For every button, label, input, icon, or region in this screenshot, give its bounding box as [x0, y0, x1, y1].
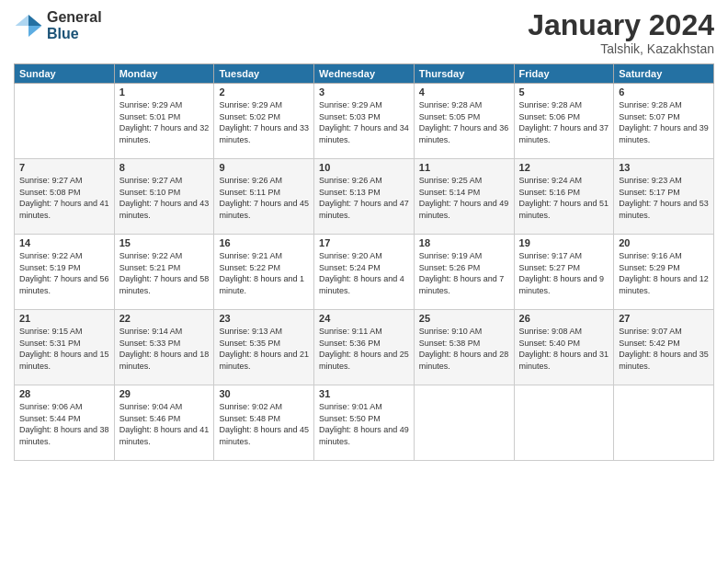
calendar-cell: 23 Sunrise: 9:13 AMSunset: 5:35 PMDaylig… — [214, 310, 314, 385]
calendar-cell: 2 Sunrise: 9:29 AMSunset: 5:02 PMDayligh… — [214, 84, 314, 159]
header-friday: Friday — [514, 64, 614, 84]
day-number: 25 — [419, 313, 509, 324]
calendar-cell: 21 Sunrise: 9:15 AMSunset: 5:31 PMDaylig… — [15, 310, 115, 385]
calendar-cell — [414, 385, 514, 461]
day-info: Sunrise: 9:06 AMSunset: 5:44 PMDaylight:… — [19, 401, 109, 447]
header-sunday: Sunday — [15, 64, 115, 84]
day-info: Sunrise: 9:29 AMSunset: 5:02 PMDaylight:… — [219, 99, 309, 145]
calendar-cell: 22 Sunrise: 9:14 AMSunset: 5:33 PMDaylig… — [114, 310, 214, 385]
calendar-week-row: 28 Sunrise: 9:06 AMSunset: 5:44 PMDaylig… — [15, 385, 714, 461]
day-info: Sunrise: 9:29 AMSunset: 5:01 PMDaylight:… — [119, 99, 210, 145]
day-number: 4 — [419, 86, 509, 98]
day-info: Sunrise: 9:19 AMSunset: 5:26 PMDaylight:… — [419, 250, 509, 296]
day-number: 8 — [119, 162, 210, 173]
calendar-cell: 3 Sunrise: 9:29 AMSunset: 5:03 PMDayligh… — [314, 84, 415, 159]
calendar-week-row: 14 Sunrise: 9:22 AMSunset: 5:19 PMDaylig… — [15, 235, 714, 310]
day-number: 14 — [19, 237, 109, 248]
logo-text: General Blue — [47, 9, 102, 41]
day-info: Sunrise: 9:13 AMSunset: 5:35 PMDaylight:… — [219, 326, 309, 372]
calendar-title: January 2024 — [528, 9, 714, 41]
day-info: Sunrise: 9:15 AMSunset: 5:31 PMDaylight:… — [19, 326, 109, 372]
day-info: Sunrise: 9:28 AMSunset: 5:05 PMDaylight:… — [419, 99, 509, 145]
day-number: 7 — [19, 162, 109, 173]
calendar-cell: 30 Sunrise: 9:02 AMSunset: 5:48 PMDaylig… — [214, 385, 314, 461]
title-block: January 2024 Talshik, Kazakhstan — [528, 9, 714, 56]
calendar-cell: 19 Sunrise: 9:17 AMSunset: 5:27 PMDaylig… — [514, 235, 614, 310]
calendar-cell: 12 Sunrise: 9:24 AMSunset: 5:16 PMDaylig… — [514, 159, 614, 235]
day-info: Sunrise: 9:02 AMSunset: 5:48 PMDaylight:… — [219, 401, 309, 447]
day-info: Sunrise: 9:23 AMSunset: 5:17 PMDaylight:… — [619, 175, 709, 221]
calendar-cell: 17 Sunrise: 9:20 AMSunset: 5:24 PMDaylig… — [314, 235, 415, 310]
calendar-cell: 13 Sunrise: 9:23 AMSunset: 5:17 PMDaylig… — [614, 159, 714, 235]
header-monday: Monday — [114, 64, 214, 84]
day-info: Sunrise: 9:27 AMSunset: 5:10 PMDaylight:… — [119, 175, 210, 221]
day-number: 10 — [319, 162, 409, 173]
calendar-cell: 20 Sunrise: 9:16 AMSunset: 5:29 PMDaylig… — [614, 235, 714, 310]
day-number: 12 — [519, 162, 609, 173]
day-number: 22 — [119, 313, 210, 324]
day-number: 13 — [619, 162, 709, 173]
day-info: Sunrise: 9:24 AMSunset: 5:16 PMDaylight:… — [519, 175, 609, 221]
svg-marker-0 — [28, 15, 41, 26]
day-number: 19 — [519, 237, 609, 248]
calendar-cell: 29 Sunrise: 9:04 AMSunset: 5:46 PMDaylig… — [114, 385, 214, 461]
day-info: Sunrise: 9:22 AMSunset: 5:21 PMDaylight:… — [119, 250, 210, 296]
calendar-cell — [614, 385, 714, 461]
calendar-cell: 10 Sunrise: 9:26 AMSunset: 5:13 PMDaylig… — [314, 159, 415, 235]
svg-marker-2 — [16, 15, 28, 26]
day-number: 27 — [619, 313, 709, 324]
day-number: 21 — [19, 313, 109, 324]
day-info: Sunrise: 9:14 AMSunset: 5:33 PMDaylight:… — [119, 326, 210, 372]
calendar-cell: 11 Sunrise: 9:25 AMSunset: 5:14 PMDaylig… — [414, 159, 514, 235]
calendar-cell: 9 Sunrise: 9:26 AMSunset: 5:11 PMDayligh… — [214, 159, 314, 235]
calendar-cell: 27 Sunrise: 9:07 AMSunset: 5:42 PMDaylig… — [614, 310, 714, 385]
header-wednesday: Wednesday — [314, 64, 415, 84]
day-info: Sunrise: 9:01 AMSunset: 5:50 PMDaylight:… — [319, 401, 409, 447]
calendar-cell: 26 Sunrise: 9:08 AMSunset: 5:40 PMDaylig… — [514, 310, 614, 385]
calendar-week-row: 1 Sunrise: 9:29 AMSunset: 5:01 PMDayligh… — [15, 84, 714, 159]
day-info: Sunrise: 9:26 AMSunset: 5:13 PMDaylight:… — [319, 175, 409, 221]
calendar-cell: 31 Sunrise: 9:01 AMSunset: 5:50 PMDaylig… — [314, 385, 415, 461]
day-number: 11 — [419, 162, 509, 173]
day-number: 15 — [119, 237, 210, 248]
day-number: 26 — [519, 313, 609, 324]
calendar-cell — [15, 84, 115, 159]
day-info: Sunrise: 9:21 AMSunset: 5:22 PMDaylight:… — [219, 250, 309, 296]
calendar-cell: 7 Sunrise: 9:27 AMSunset: 5:08 PMDayligh… — [15, 159, 115, 235]
day-info: Sunrise: 9:27 AMSunset: 5:08 PMDaylight:… — [19, 175, 109, 221]
header: General Blue January 2024 Talshik, Kazak… — [14, 9, 714, 56]
day-number: 5 — [519, 86, 609, 98]
day-number: 24 — [319, 313, 409, 324]
logo-blue-text: Blue — [47, 26, 102, 42]
day-number: 23 — [219, 313, 309, 324]
logo-icon — [14, 11, 43, 40]
day-number: 20 — [619, 237, 709, 248]
day-info: Sunrise: 9:17 AMSunset: 5:27 PMDaylight:… — [519, 250, 609, 296]
day-number: 6 — [619, 86, 709, 98]
day-info: Sunrise: 9:29 AMSunset: 5:03 PMDaylight:… — [319, 99, 409, 145]
calendar-cell: 5 Sunrise: 9:28 AMSunset: 5:06 PMDayligh… — [514, 84, 614, 159]
calendar-cell: 16 Sunrise: 9:21 AMSunset: 5:22 PMDaylig… — [214, 235, 314, 310]
calendar-cell — [514, 385, 614, 461]
day-info: Sunrise: 9:08 AMSunset: 5:40 PMDaylight:… — [519, 326, 609, 372]
day-info: Sunrise: 9:16 AMSunset: 5:29 PMDaylight:… — [619, 250, 709, 296]
header-thursday: Thursday — [414, 64, 514, 84]
weekday-header-row: Sunday Monday Tuesday Wednesday Thursday… — [15, 64, 714, 84]
day-number: 9 — [219, 162, 309, 173]
day-info: Sunrise: 9:26 AMSunset: 5:11 PMDaylight:… — [219, 175, 309, 221]
day-number: 17 — [319, 237, 409, 248]
day-info: Sunrise: 9:10 AMSunset: 5:38 PMDaylight:… — [419, 326, 509, 372]
day-number: 31 — [319, 388, 409, 399]
day-number: 16 — [219, 237, 309, 248]
page: General Blue January 2024 Talshik, Kazak… — [0, 0, 728, 563]
calendar-week-row: 7 Sunrise: 9:27 AMSunset: 5:08 PMDayligh… — [15, 159, 714, 235]
calendar-cell: 28 Sunrise: 9:06 AMSunset: 5:44 PMDaylig… — [15, 385, 115, 461]
calendar-cell: 15 Sunrise: 9:22 AMSunset: 5:21 PMDaylig… — [114, 235, 214, 310]
logo-general-text: General — [47, 9, 102, 26]
calendar-cell: 25 Sunrise: 9:10 AMSunset: 5:38 PMDaylig… — [414, 310, 514, 385]
calendar-table: Sunday Monday Tuesday Wednesday Thursday… — [14, 63, 714, 461]
header-saturday: Saturday — [614, 64, 714, 84]
calendar-cell: 18 Sunrise: 9:19 AMSunset: 5:26 PMDaylig… — [414, 235, 514, 310]
calendar-week-row: 21 Sunrise: 9:15 AMSunset: 5:31 PMDaylig… — [15, 310, 714, 385]
calendar-cell: 24 Sunrise: 9:11 AMSunset: 5:36 PMDaylig… — [314, 310, 415, 385]
